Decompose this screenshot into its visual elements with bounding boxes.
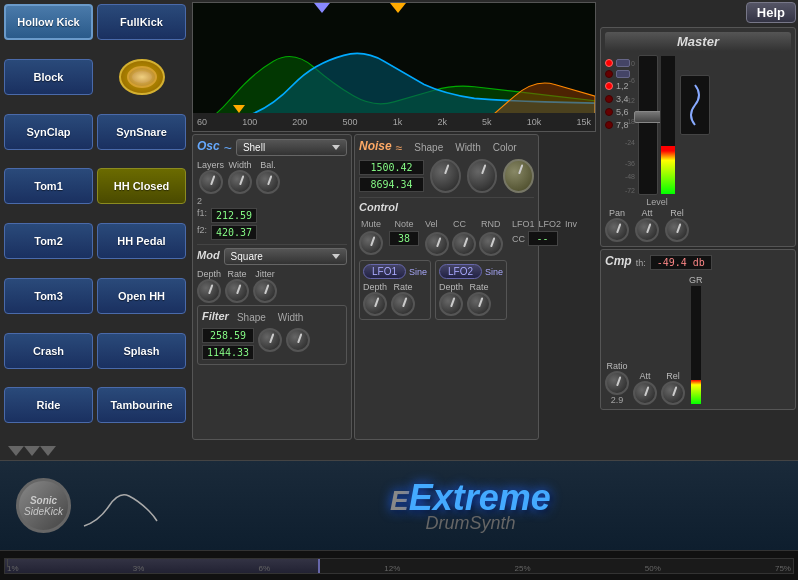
cc-label: CC (512, 234, 525, 244)
cmp-th-label: th: (636, 258, 646, 268)
mod-header: Mod Square (197, 248, 347, 265)
lfo2-header-row: LFO2 Sine (439, 264, 503, 279)
cmp-att-group: Att (633, 370, 657, 405)
mod-title: Mod (197, 249, 220, 261)
filter-shape-knob[interactable] (258, 328, 282, 352)
fader-track[interactable]: 0 -6 -12 -18 -24 -36 -48 -72 (638, 55, 658, 195)
pad-ride[interactable]: Ride (4, 387, 93, 423)
noise-color-knob[interactable] (503, 159, 534, 193)
lfo1-depth-label: Depth (363, 282, 387, 292)
cmp-att-knob[interactable] (633, 381, 657, 405)
cmp-rel-knob[interactable] (661, 381, 685, 405)
pad-hollow-kick[interactable]: Hollow Kick (4, 4, 93, 40)
pad-tambourine[interactable]: Tambourine (97, 387, 186, 423)
lfo1-panel: LFO1 Sine Depth Rate (359, 260, 431, 320)
help-button[interactable]: Help (746, 2, 796, 23)
rel-knob[interactable] (665, 218, 689, 242)
pan-knob[interactable] (605, 218, 629, 242)
vu-meter (660, 55, 676, 195)
lfo2-depth-label: Depth (439, 282, 463, 292)
rel-group: Rel (665, 207, 689, 242)
lfo1-rate-knob[interactable] (391, 292, 415, 316)
lfo1-depth-knob[interactable] (363, 292, 387, 316)
lfo1-button[interactable]: LFO1 (363, 264, 406, 279)
filter-width-knob[interactable] (286, 328, 310, 352)
pad-tom1[interactable]: Tom1 (4, 168, 93, 204)
att-label: Att (641, 208, 652, 218)
pad-syn-clap[interactable]: SynClap (4, 114, 93, 150)
led-5[interactable] (605, 108, 613, 116)
progress-track[interactable]: 1% 3% 6% 12% 25% 50% 75% (4, 558, 794, 574)
pad-open-hh[interactable]: Open HH (97, 278, 186, 314)
osc-panel: Osc ~ Shell Layers Width (192, 134, 352, 440)
control-section: Control Mute Note 38 (359, 197, 534, 256)
pad-splash[interactable]: Splash (97, 333, 186, 369)
pad-tom2[interactable]: Tom2 (4, 223, 93, 259)
pad-hh-pedal[interactable]: HH Pedal (97, 223, 186, 259)
cmp-ratio-knob[interactable] (605, 371, 629, 395)
led-1[interactable] (605, 59, 613, 67)
mod-depth-knob[interactable] (197, 279, 221, 303)
mod-depth-label: Depth (197, 269, 221, 279)
cmp-rel-group: Rel (661, 370, 685, 405)
pad-syn-snare[interactable]: SynSnare (97, 114, 186, 150)
osc-layers-label: Layers (197, 160, 224, 170)
mod-jitter-knob[interactable] (253, 279, 277, 303)
control-note-col: Note 38 (389, 219, 419, 256)
pad-hh-closed[interactable]: HH Closed (97, 168, 186, 204)
freq-marker[interactable] (233, 105, 245, 113)
noise-shape-knob[interactable] (430, 159, 461, 193)
logo-curve-svg (79, 481, 159, 531)
filter-section: Filter Shape Width 258.59 1144.33 (197, 305, 347, 365)
lfo2-rate-knob[interactable] (467, 292, 491, 316)
lfo2-type: Sine (485, 267, 503, 277)
noise-width-knob[interactable] (467, 159, 498, 193)
mod-knobs-row: Depth Rate Jitter (197, 268, 347, 303)
vel-knob[interactable] (425, 232, 449, 256)
led-6[interactable] (605, 121, 613, 129)
lfo1-header-row: LFO1 Sine (363, 264, 427, 279)
scroll-mid2-triangle[interactable] (40, 446, 56, 456)
osc-f1-value: 212.59 (211, 208, 257, 223)
cmp-ratio-value: 2.9 (611, 395, 624, 405)
vu-bar (661, 146, 675, 194)
cc-knob[interactable] (452, 232, 476, 256)
osc-shape-dropdown[interactable]: Shell (236, 139, 347, 156)
mod-rate-group: Rate (225, 268, 249, 303)
pad-crash[interactable]: Crash (4, 333, 93, 369)
pad-tom3[interactable]: Tom3 (4, 278, 93, 314)
logo-circle: Sonic SideKick (16, 478, 71, 533)
mute-knob[interactable] (359, 231, 383, 255)
noise-width-label: Width (455, 142, 481, 153)
osc-bal-knob[interactable] (256, 170, 280, 194)
led-3[interactable] (605, 82, 613, 90)
att-knob[interactable] (635, 218, 659, 242)
lfo-labels-row: LFO1 LFO2 Inv (512, 219, 577, 229)
osc-width-group: Width (228, 159, 252, 194)
led-2[interactable] (605, 70, 613, 78)
control-panels: Osc ~ Shell Layers Width (192, 134, 596, 440)
scroll-mid1-triangle[interactable] (24, 446, 40, 456)
pad-block[interactable]: Block (4, 59, 93, 95)
osc-wave-icon: ~ (224, 140, 232, 156)
lfo2-depth-knob[interactable] (439, 292, 463, 316)
mod-shape-dropdown[interactable]: Square (224, 248, 347, 265)
noise-title: Noise (359, 139, 392, 153)
noise-color-label: Color (493, 142, 517, 153)
pad-full-kick[interactable]: FullKick (97, 4, 186, 40)
osc-knobs-row: Layers Width Bal. (197, 159, 347, 194)
led-4[interactable] (605, 95, 613, 103)
cc-header-label: CC (453, 219, 478, 229)
wave-svg (683, 80, 708, 130)
control-mute-col: Mute (359, 219, 383, 256)
osc-layers-knob[interactable] (199, 170, 223, 194)
rnd-knob[interactable] (479, 232, 503, 256)
osc-width-knob[interactable] (228, 170, 252, 194)
lfo2-rate-label: Rate (470, 282, 489, 292)
note-label: Note (394, 219, 413, 229)
lfo2-button[interactable]: LFO2 (439, 264, 482, 279)
wave-btn-1[interactable] (616, 59, 630, 67)
pan-att-rel-row: Pan Att Rel (605, 207, 791, 242)
scroll-left-triangle[interactable] (8, 446, 24, 456)
mod-rate-knob[interactable] (225, 279, 249, 303)
